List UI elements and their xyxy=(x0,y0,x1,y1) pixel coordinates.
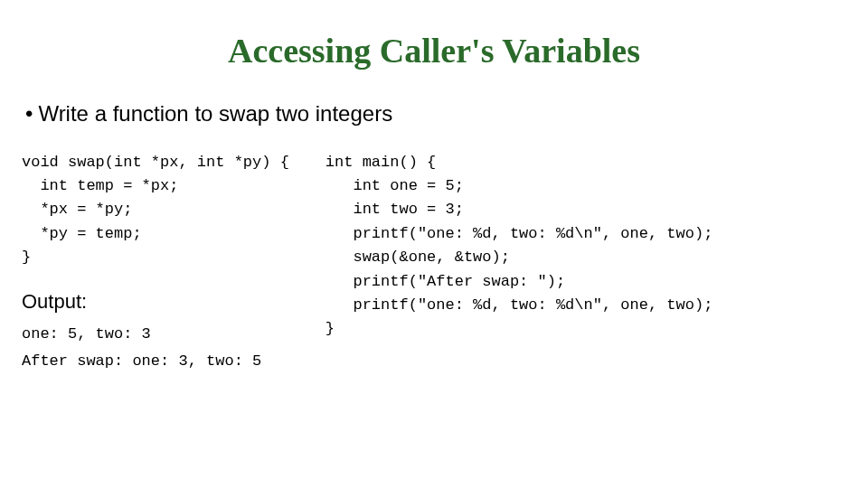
bullet-text: Write a function to swap two integers xyxy=(38,101,392,127)
slide: Accessing Caller's Variables • Write a f… xyxy=(0,0,868,488)
code-column-right: int main() { int one = 5; int two = 3; p… xyxy=(326,151,846,376)
code-columns: void swap(int *px, int *py) { int temp =… xyxy=(22,151,846,376)
bullet-item: • Write a function to swap two integers xyxy=(22,101,846,127)
slide-title: Accessing Caller's Variables xyxy=(22,31,846,70)
output-text: one: 5, two: 3 After swap: one: 3, two: … xyxy=(22,321,289,376)
main-function-code: int main() { int one = 5; int two = 3; p… xyxy=(326,151,846,342)
bullet-dot-icon: • xyxy=(25,103,33,125)
swap-function-code: void swap(int *px, int *py) { int temp =… xyxy=(22,151,289,270)
output-label: Output: xyxy=(22,290,289,314)
code-column-left: void swap(int *px, int *py) { int temp =… xyxy=(22,151,289,376)
